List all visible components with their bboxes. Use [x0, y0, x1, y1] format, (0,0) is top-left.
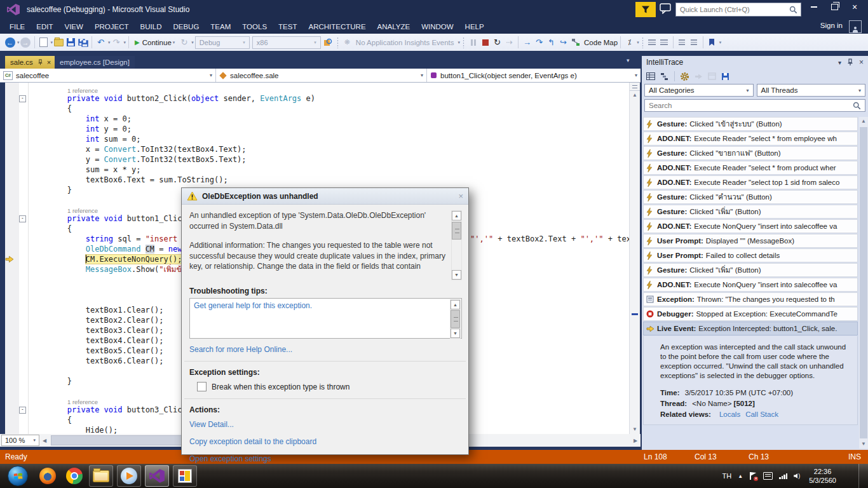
quick-launch-input[interactable] [676, 6, 789, 13]
scroll-thumb[interactable] [860, 127, 867, 438]
code-line[interactable]: sum = x * y; [0, 165, 629, 175]
goto-event-icon[interactable] [695, 73, 703, 80]
code-line[interactable]: y = Convert.ToInt32(textBox5.Text); [0, 154, 629, 165]
menu-test[interactable]: TEST [273, 20, 302, 33]
language-indicator[interactable]: TH [722, 472, 732, 480]
intellitrace-event-row[interactable]: ADO.NET:Execute Reader "select top 1 sid… [643, 175, 858, 189]
save-session-icon[interactable] [721, 72, 729, 81]
minimize-button[interactable] [804, 0, 824, 14]
taskbar-media-player-icon[interactable] [117, 465, 141, 487]
menu-team[interactable]: TEAM [205, 20, 236, 33]
restore-button[interactable] [825, 0, 844, 14]
indent-increase-icon[interactable] [658, 36, 670, 50]
menu-edit[interactable]: EDIT [31, 20, 58, 33]
scroll-down-icon[interactable]: ▼ [630, 425, 640, 434]
scroll-left-icon[interactable]: ◀ [39, 438, 50, 444]
menu-window[interactable]: WINDOW [416, 20, 459, 33]
scroll-thumb[interactable] [452, 222, 461, 240]
intellitrace-search[interactable] [644, 99, 865, 112]
code-line[interactable]: x = Convert.ToInt32(textBox4.Text); [0, 144, 629, 154]
intellitrace-event-row[interactable]: ADO.NET:Execute Reader "select * from em… [643, 132, 858, 146]
comment-icon[interactable] [676, 36, 688, 50]
continue-button[interactable]: ▶ Continue ▾ [132, 39, 178, 46]
taskbar-visual-studio-icon[interactable] [145, 465, 169, 487]
type-dropdown[interactable]: salecoffee.sale▾ [216, 69, 427, 82]
code-line[interactable]: 1 reference [0, 85, 629, 93]
copy-exception-link[interactable]: Copy exception detail to the clipboard [189, 437, 461, 446]
code-line[interactable]: { [0, 104, 629, 114]
intellitrace-header[interactable]: IntelliTrace ▾ × [642, 56, 868, 69]
menu-tools[interactable]: TOOLS [236, 20, 273, 33]
feedback-bubble-button[interactable] [660, 3, 671, 17]
settings-gear-icon[interactable] [680, 72, 689, 81]
tab-list-chevron-icon[interactable]: ▾ [627, 57, 630, 64]
uncomment-icon[interactable] [688, 36, 700, 50]
close-tab-icon[interactable]: × [47, 58, 51, 66]
fold-toggle-icon[interactable]: - [19, 95, 26, 102]
find-icon[interactable] [322, 36, 334, 50]
locals-link[interactable]: Locals [719, 410, 740, 418]
redo-dropdown[interactable]: ▾ [124, 40, 126, 45]
scroll-thumb[interactable] [451, 310, 460, 328]
save-all-button[interactable] [77, 36, 89, 50]
intellitrace-event-row[interactable]: ADO.NET:Execute Reader "select * from pr… [643, 161, 858, 175]
member-dropdown[interactable]: button1_Click(object sender, EventArgs e… [427, 69, 641, 82]
intellitrace-event-row[interactable]: Gesture:Clicked "ขายกาแฟ" (Button) [643, 146, 858, 160]
taskbar-chrome-icon[interactable] [62, 465, 86, 487]
network-icon[interactable] [779, 473, 787, 479]
step-over-button[interactable]: ↷ [533, 36, 545, 50]
pause-button[interactable] [467, 36, 479, 50]
intellitrace-event-row[interactable]: User Prompt:Displayed "" (MessageBox) [643, 234, 858, 248]
intellitrace-event-row[interactable]: Debugger:Stopped at Exception: ExecuteCo… [643, 307, 858, 321]
application-insights-icon[interactable]: ❋ [341, 36, 353, 50]
menu-file[interactable]: FILE [4, 20, 31, 33]
window-menu-chevron-icon[interactable]: ▾ [838, 59, 841, 66]
application-insights-label[interactable]: No Application Insights Events [356, 39, 454, 46]
menu-debug[interactable]: DEBUG [167, 20, 205, 33]
action-center-flag-icon[interactable]: ✕ [749, 472, 757, 480]
intellitrace-event-row[interactable]: Exception:Thrown: "The changes you reque… [643, 292, 858, 306]
pin-icon[interactable] [847, 58, 853, 66]
open-exception-settings-link[interactable]: Open exception settings [189, 454, 461, 463]
pin-icon[interactable] [37, 59, 43, 65]
navigate-forward-button[interactable]: → [20, 36, 32, 50]
fold-toggle-icon[interactable]: - [19, 407, 26, 414]
scroll-right-icon[interactable]: ▶ [630, 438, 641, 444]
exception-dialog-header[interactable]: OleDbException was unhandled × [182, 188, 468, 205]
editor-zoom-combo[interactable]: 100 %▾ [1, 435, 39, 446]
touch-keyboard-icon[interactable] [763, 472, 773, 480]
taskbar-clock[interactable]: 22:365/3/2560 [809, 467, 836, 485]
scroll-up-icon[interactable]: ▲ [452, 211, 461, 220]
intellitrace-event-row[interactable]: Gesture:Clicked "เพิ่ม" (Button) [643, 263, 858, 277]
sign-in-link[interactable]: Sign in [820, 22, 843, 29]
scroll-down-icon[interactable]: ▼ [859, 440, 868, 449]
close-button[interactable]: × [845, 0, 864, 14]
code-line[interactable]: - private void button2_Click(object send… [0, 93, 629, 104]
intellitrace-event-row[interactable]: Gesture:Clicked "คำนวน" (Button) [643, 190, 858, 204]
scroll-up-icon[interactable]: ▲ [859, 117, 868, 126]
scroll-down-icon[interactable]: ▼ [451, 329, 460, 338]
show-next-statement-button[interactable]: ⇢ [503, 36, 515, 50]
close-panel-icon[interactable]: × [859, 58, 864, 67]
volume-icon[interactable]: ) [794, 473, 800, 479]
split-editor-handle[interactable] [630, 83, 640, 91]
general-help-link[interactable]: Get general help for this exception. [194, 301, 312, 310]
solution-platform-combo[interactable]: x86▾ [252, 36, 321, 49]
call-stack-link[interactable]: Call Stack [745, 410, 778, 418]
intellitrace-scrollbar[interactable]: ▲ ▼ [859, 117, 868, 449]
message-scrollbar[interactable]: ▲ ▼ [451, 210, 462, 280]
navigate-back-button[interactable]: ← [4, 36, 16, 50]
save-button[interactable] [65, 36, 77, 50]
fold-toggle-icon[interactable]: - [19, 215, 26, 222]
project-dropdown[interactable]: C# salecoffee▾ [0, 69, 216, 82]
restart-button[interactable]: ↻ [491, 36, 503, 50]
intellitrace-event-row[interactable]: Gesture:Clicked "เพิ่ม" (Button) [643, 205, 858, 219]
code-line[interactable]: int sum = 0; [0, 134, 629, 144]
menu-build[interactable]: BUILD [135, 20, 168, 33]
intellitrace-event-row[interactable]: ADO.NET:Execute NonQuery "insert into sa… [643, 278, 858, 292]
calls-view-icon[interactable] [660, 72, 669, 80]
intellitrace-event-row[interactable]: Live Event:Exception Intercepted: button… [643, 322, 858, 336]
code-line[interactable]: textBox6.Text = sum.ToString(); [0, 175, 629, 185]
show-hidden-icons-chevron[interactable]: ▲ [738, 473, 743, 479]
step-into-button[interactable]: → [521, 36, 533, 50]
